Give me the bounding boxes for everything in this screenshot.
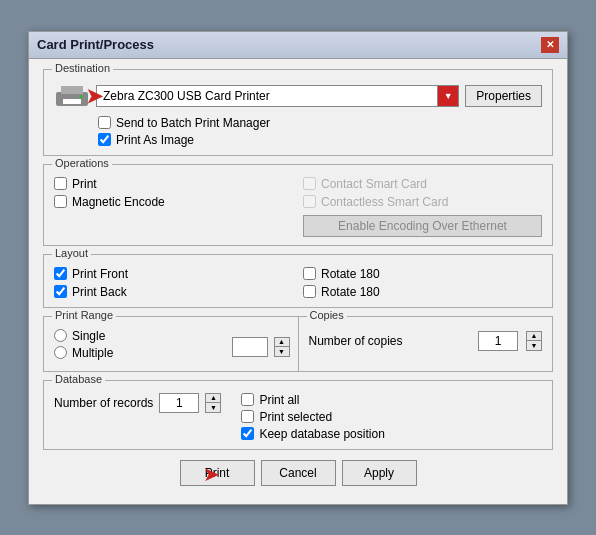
database-label: Database xyxy=(52,373,105,385)
records-spin-buttons: ▲ ▼ xyxy=(205,393,221,413)
destination-section: Destination ➤ P xyxy=(43,69,553,156)
database-section: Database Number of records ▲ ▼ Print all xyxy=(43,380,553,450)
print-back-checkbox[interactable] xyxy=(54,285,67,298)
contactless-smart-card-checkbox[interactable] xyxy=(303,195,316,208)
dialog-content: Destination ➤ P xyxy=(29,59,567,504)
operations-label: Operations xyxy=(52,157,112,169)
print-as-image-checkbox[interactable] xyxy=(98,133,111,146)
footer-buttons: ➤ Print Cancel Apply xyxy=(43,460,553,494)
records-spin-down[interactable]: ▼ xyxy=(205,403,221,413)
print-range-label: Print Range xyxy=(52,309,116,321)
destination-label: Destination xyxy=(52,62,113,74)
range-spin-buttons: ▲ ▼ xyxy=(274,337,290,357)
magnetic-encode-label: Magnetic Encode xyxy=(72,195,165,209)
rotate-180-front-checkbox[interactable] xyxy=(303,267,316,280)
print-back-label: Print Back xyxy=(72,285,127,299)
print-selected-label: Print selected xyxy=(259,410,332,424)
svg-point-3 xyxy=(79,95,83,99)
operations-section: Operations Print Contact Smart Card Magn… xyxy=(43,164,553,246)
layout-label: Layout xyxy=(52,247,91,259)
print-back-row: Print Back xyxy=(54,285,293,299)
keep-db-position-checkbox[interactable] xyxy=(241,427,254,440)
single-radio[interactable] xyxy=(54,329,67,342)
apply-button[interactable]: Apply xyxy=(342,460,417,486)
print-all-label: Print all xyxy=(259,393,299,407)
multiple-label: Multiple xyxy=(72,346,113,360)
database-content: Number of records ▲ ▼ Print all Print se… xyxy=(54,393,542,441)
layout-section: Layout Print Front Rotate 180 Print Back… xyxy=(43,254,553,308)
db-records-group: Number of records ▲ ▼ xyxy=(54,393,221,413)
contact-smart-card-label: Contact Smart Card xyxy=(321,177,427,191)
copies-section: Copies Number of copies ▲ ▼ xyxy=(299,316,554,372)
rotate-180-back-row: Rotate 180 xyxy=(303,285,542,299)
print-as-image-label: Print As Image xyxy=(116,133,194,147)
window-title: Card Print/Process xyxy=(37,37,154,52)
copies-spin-up[interactable]: ▲ xyxy=(526,331,542,341)
print-op-checkbox[interactable] xyxy=(54,177,67,190)
print-selected-row: Print selected xyxy=(241,410,384,424)
print-front-label: Print Front xyxy=(72,267,128,281)
properties-button[interactable]: Properties xyxy=(465,85,542,107)
print-range-section: Print Range Single Multiple xyxy=(43,316,299,372)
multiple-radio[interactable] xyxy=(54,346,67,359)
print-all-checkbox[interactable] xyxy=(241,393,254,406)
magnetic-encode-row: Magnetic Encode xyxy=(54,195,293,209)
range-spin-up[interactable]: ▲ xyxy=(274,337,290,347)
rotate-180-front-row: Rotate 180 xyxy=(303,267,542,281)
send-to-batch-label: Send to Batch Print Manager xyxy=(116,116,270,130)
contact-smart-card-checkbox[interactable] xyxy=(303,177,316,190)
print-as-image-row: Print As Image xyxy=(98,133,542,147)
range-spinner-group: ▲ ▼ xyxy=(232,335,290,357)
rotate-180-back-label: Rotate 180 xyxy=(321,285,380,299)
printer-input[interactable] xyxy=(96,85,438,107)
destination-options: Send to Batch Print Manager Print As Ima… xyxy=(98,116,542,147)
print-op-label: Print xyxy=(72,177,97,191)
range-spinner: ▲ ▼ xyxy=(232,337,290,357)
keep-db-position-row: Keep database position xyxy=(241,427,384,441)
operations-grid: Print Contact Smart Card Magnetic Encode… xyxy=(54,177,542,237)
print-front-row: Print Front xyxy=(54,267,293,281)
enable-encoding-button[interactable]: Enable Encoding Over Ethernet xyxy=(303,215,542,237)
main-window: Card Print/Process ✕ Destination ➤ xyxy=(28,31,568,505)
print-arrow-icon: ➤ xyxy=(203,462,220,486)
send-to-batch-row: Send to Batch Print Manager xyxy=(98,116,542,130)
magnetic-encode-checkbox[interactable] xyxy=(54,195,67,208)
single-label: Single xyxy=(72,329,105,343)
print-range-copies-container: Print Range Single Multiple xyxy=(43,316,553,372)
rotate-180-back-checkbox[interactable] xyxy=(303,285,316,298)
contactless-smart-card-row: Contactless Smart Card xyxy=(303,195,542,209)
keep-db-position-label: Keep database position xyxy=(259,427,384,441)
contactless-smart-card-label: Contactless Smart Card xyxy=(321,195,448,209)
svg-rect-2 xyxy=(63,99,81,104)
printer-combo xyxy=(96,85,459,107)
number-of-records-label: Number of records xyxy=(54,396,153,410)
cancel-button[interactable]: Cancel xyxy=(261,460,336,486)
records-spin-up[interactable]: ▲ xyxy=(205,393,221,403)
rotate-180-front-label: Rotate 180 xyxy=(321,267,380,281)
print-front-checkbox[interactable] xyxy=(54,267,67,280)
svg-rect-1 xyxy=(61,86,83,94)
contact-smart-card-row: Contact Smart Card xyxy=(303,177,542,191)
send-to-batch-checkbox[interactable] xyxy=(98,116,111,129)
printer-dropdown-button[interactable] xyxy=(437,85,459,107)
db-options: Print all Print selected Keep database p… xyxy=(241,393,384,441)
copies-input[interactable] xyxy=(478,331,518,351)
ops-empty xyxy=(54,213,293,237)
print-op-row: Print xyxy=(54,177,293,191)
range-spin-down[interactable]: ▼ xyxy=(274,347,290,357)
number-of-copies-label: Number of copies xyxy=(309,334,471,348)
print-selected-checkbox[interactable] xyxy=(241,410,254,423)
copies-label: Copies xyxy=(307,309,347,321)
title-bar: Card Print/Process ✕ xyxy=(29,32,567,59)
printer-icon xyxy=(54,82,90,110)
print-all-row: Print all xyxy=(241,393,384,407)
copies-spin-buttons: ▲ ▼ xyxy=(526,331,542,351)
copies-row: Number of copies ▲ ▼ xyxy=(309,331,543,351)
records-input[interactable] xyxy=(159,393,199,413)
close-button[interactable]: ✕ xyxy=(541,37,559,53)
range-input[interactable] xyxy=(232,337,268,357)
layout-grid: Print Front Rotate 180 Print Back Rotate… xyxy=(54,267,542,299)
printer-svg xyxy=(54,82,90,110)
copies-spin-down[interactable]: ▼ xyxy=(526,341,542,351)
